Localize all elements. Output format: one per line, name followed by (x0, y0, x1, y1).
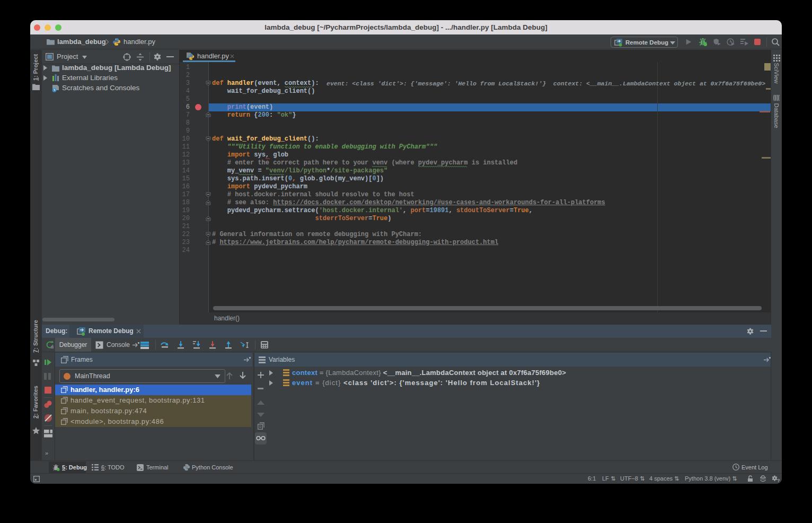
svg-text:?: ? (777, 478, 780, 482)
